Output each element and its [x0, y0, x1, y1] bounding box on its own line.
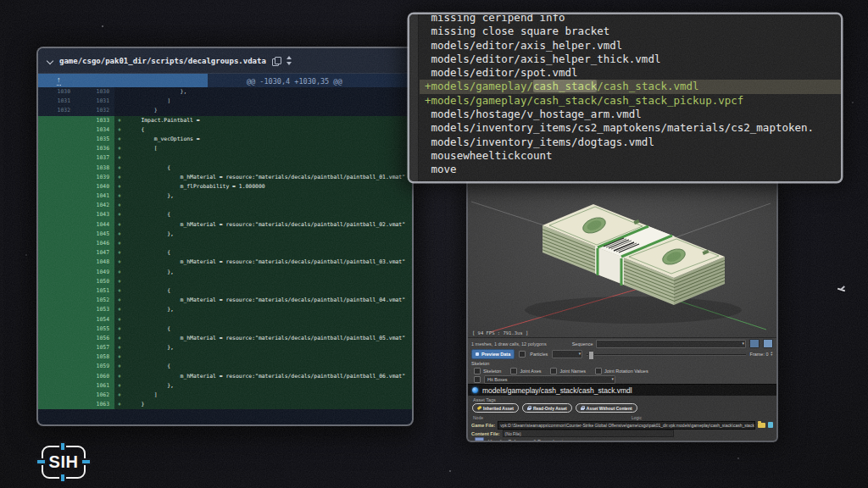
- diff-line[interactable]: 1041+ },: [38, 191, 412, 201]
- diff-line[interactable]: 1052+ m_hMaterial = resource:"materials/…: [38, 296, 412, 305]
- diff-line[interactable]: 1048+ m_hMaterial = resource:"materials/…: [38, 258, 412, 267]
- old-line-number: [38, 135, 75, 144]
- diff-line[interactable]: 1035+ m_vecOptions =: [38, 135, 412, 144]
- diff-line[interactable]: 1056+ m_hMaterial = resource:"materials/…: [38, 334, 412, 343]
- diff-line[interactable]: 1042+: [38, 201, 412, 210]
- copy-path-icon[interactable]: [272, 57, 280, 65]
- joint-axes-checkbox[interactable]: [510, 368, 517, 374]
- new-line-number: 1060: [75, 372, 114, 381]
- viewport-camera-button[interactable]: [763, 339, 773, 348]
- hitboxes-checkbox[interactable]: [474, 376, 481, 383]
- preview-data-button[interactable]: Preview Data: [471, 349, 515, 359]
- frame-spinner[interactable]: ▲▼: [771, 352, 773, 358]
- checkbox-label: Joint Rotation Values: [604, 369, 648, 374]
- diff-line[interactable]: 1034+ {: [38, 125, 412, 135]
- diff-line[interactable]: 1036+ [: [38, 144, 412, 153]
- diff-line[interactable]: 1050+: [38, 277, 412, 286]
- expand-diff-icon[interactable]: [286, 56, 293, 65]
- diff-line[interactable]: 10321032 }: [38, 106, 412, 115]
- asset-tags-row: Inherited AssetRead-Only AssetAsset With…: [468, 403, 776, 414]
- diff-marker: +: [114, 343, 128, 352]
- asset-tab-bar[interactable]: models/gameplay/cash_stack/cash_stack.vm…: [468, 384, 776, 396]
- editor-line[interactable]: move: [420, 163, 841, 176]
- diff-line[interactable]: 1059+ {: [38, 362, 412, 371]
- slider-track: [587, 354, 745, 357]
- expand-hunk-button[interactable]: ↑: [38, 74, 208, 88]
- diff-line[interactable]: 1047+ {: [38, 248, 412, 258]
- diff-line[interactable]: 1060+ m_hMaterial = resource:"materials/…: [38, 372, 412, 381]
- old-line-number: [38, 248, 75, 258]
- read-only-asset-badge[interactable]: Read-Only Asset: [522, 403, 572, 413]
- code-text: m_hMaterial = resource:"materials/decals…: [128, 258, 412, 267]
- diff-line[interactable]: 1038+ {: [38, 164, 412, 173]
- diff-line[interactable]: 10301030 },: [38, 87, 412, 97]
- asset-without-content-badge[interactable]: Asset Without Content: [576, 403, 637, 413]
- diff-line[interactable]: 1033+ Impact.Paintball =: [38, 116, 412, 125]
- diff-line[interactable]: 1039+ m_hMaterial = resource:"materials/…: [38, 173, 412, 182]
- game-file-field[interactable]: vpk:D:\Steam\steamapps\common\Counter-St…: [498, 421, 755, 430]
- diff-marker: +: [114, 296, 128, 305]
- diff-line[interactable]: 1053+ },: [38, 305, 412, 314]
- sequence-dropdown[interactable]: ▾: [596, 340, 746, 348]
- viewport-layout-button[interactable]: [749, 339, 760, 348]
- 3d-viewport[interactable]: [ 94 FPS : 791.3us ]: [468, 181, 776, 337]
- diff-marker: +: [114, 362, 128, 371]
- editor-line[interactable]: models/inventory_items/dogtags.vmdl: [420, 136, 841, 149]
- editor-line[interactable]: missing close square bracket: [420, 25, 841, 38]
- editor-lines: missing ceripend info missing close squa…: [420, 14, 841, 177]
- editor-line[interactable]: models/editor/axis_helper.vmdl: [420, 39, 841, 53]
- inherited-asset-badge[interactable]: Inherited Asset: [472, 403, 519, 413]
- open-asset-icon[interactable]: [768, 422, 773, 428]
- playback-dropdown[interactable]: ▾: [552, 350, 582, 358]
- diff-line[interactable]: 10311031 ]: [38, 97, 412, 106]
- editor-line[interactable]: +models/gameplay/cash_stack/cash_stack.v…: [420, 80, 841, 93]
- diff-line[interactable]: 1043+ {: [38, 210, 412, 219]
- editor-line[interactable]: models/editor/axis_helper_thick.vmdl: [420, 53, 841, 66]
- joint-names-checkbox[interactable]: [550, 368, 557, 374]
- diff-marker: [114, 106, 128, 115]
- diff-line[interactable]: 1049+ },: [38, 268, 412, 277]
- sih-logo: SIH: [37, 443, 90, 481]
- dust-speck: [449, 470, 451, 472]
- diff-line[interactable]: 1044+ m_hMaterial = resource:"materials/…: [38, 220, 412, 230]
- diff-line[interactable]: 1045+ },: [38, 230, 412, 239]
- editor-line[interactable]: models/inventory_items/cs2_maptokens/mat…: [420, 121, 841, 135]
- diff-file-header[interactable]: game/csgo/pak01_dir/scripts/decalgroups.…: [38, 48, 412, 74]
- slider-handle[interactable]: [588, 351, 594, 360]
- chevron-down-icon[interactable]: [47, 58, 53, 64]
- logo-tick-bottom: [61, 474, 64, 481]
- editor-line[interactable]: models/editor/spot.vmdl: [420, 66, 841, 80]
- references-icon[interactable]: [475, 437, 484, 441]
- diff-line[interactable]: 1037+: [38, 153, 412, 163]
- old-line-number: [38, 296, 75, 305]
- diff-line[interactable]: 1055+ {: [38, 324, 412, 334]
- particles-checkbox[interactable]: [519, 351, 526, 358]
- code-text: },: [128, 343, 412, 352]
- hunk-header-text: @@ -1030,4 +1030,35 @@: [208, 77, 342, 86]
- editor-line[interactable]: missing ceripend info: [420, 14, 841, 25]
- cash-stack-model: [468, 181, 776, 337]
- old-line-number: [38, 334, 75, 343]
- joint-rotation-values-checkbox[interactable]: [595, 368, 602, 374]
- folder-icon[interactable]: [758, 423, 765, 428]
- diff-line[interactable]: 1057+ },: [38, 343, 412, 352]
- diff-line[interactable]: 1063+ }: [38, 400, 412, 409]
- code-text: {: [128, 362, 412, 371]
- frame-slider[interactable]: [587, 351, 745, 358]
- dust-speck: [852, 102, 854, 103]
- diff-line[interactable]: 1054+: [38, 315, 412, 324]
- code-text: },: [128, 191, 412, 201]
- diff-line[interactable]: 1051+ {: [38, 286, 412, 296]
- diff-line[interactable]: 1040+ m_flProbability = 1.000000: [38, 182, 412, 191]
- diff-line[interactable]: 1061+ },: [38, 381, 412, 391]
- hitboxes-dropdown[interactable]: Hit Boxes ▾: [484, 375, 615, 384]
- checkbox-label: Joint Names: [559, 369, 586, 374]
- diff-line[interactable]: 1062+ ]: [38, 391, 412, 400]
- editor-line[interactable]: +models/gameplay/cash_stack/cash_stack_p…: [420, 94, 841, 108]
- editor-line[interactable]: models/hostage/v_hostage_arm.vmdl: [420, 108, 841, 121]
- diff-line[interactable]: 1058+: [38, 352, 412, 362]
- editor-line[interactable]: mousewheeltickcount: [420, 149, 841, 163]
- content-file-field[interactable]: (No File): [503, 430, 674, 437]
- skeleton-checkbox[interactable]: [474, 368, 481, 374]
- diff-line[interactable]: 1046+: [38, 239, 412, 248]
